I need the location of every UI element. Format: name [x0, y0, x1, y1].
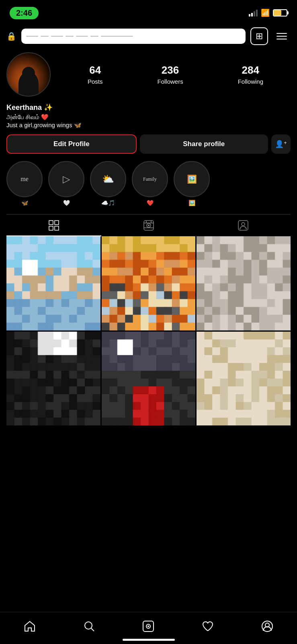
- tagged-icon: [238, 220, 249, 231]
- nav-home[interactable]: [18, 616, 42, 636]
- plus-small-icon: +: [284, 140, 287, 146]
- signal-icon: [249, 9, 258, 17]
- followers-count: 236: [162, 64, 179, 76]
- grid-image-5: [102, 332, 196, 426]
- posts-count: 64: [89, 64, 101, 76]
- grid-cell-4[interactable]: [6, 332, 100, 426]
- avatar[interactable]: [6, 52, 51, 97]
- reels-nav-icon: [142, 620, 154, 632]
- story-item-family[interactable]: Family ❤️: [132, 161, 168, 206]
- following-label: Following: [238, 78, 263, 85]
- stat-posts[interactable]: 64 Posts: [88, 64, 103, 85]
- svg-rect-1: [55, 221, 59, 225]
- story-circle-2[interactable]: ▷: [48, 161, 84, 197]
- photo-grid: [6, 236, 291, 425]
- top-nav: 🔒 ⊞: [0, 24, 297, 48]
- status-bar: 2:46 📶: [0, 0, 297, 24]
- story-icon-3: ⛅: [102, 173, 114, 185]
- svg-rect-0: [49, 221, 53, 225]
- avatar-image: [7, 53, 50, 96]
- story-text-me: me: [20, 175, 29, 183]
- tab-grid[interactable]: [6, 215, 101, 236]
- grid-image-1: [6, 236, 100, 330]
- stat-followers[interactable]: 236 Followers: [157, 64, 183, 85]
- grid-cell-6[interactable]: [197, 332, 291, 426]
- bio-section: Keerthana ✨ அன்பே சிவம் ❤️ Just a girl,g…: [6, 103, 291, 129]
- posts-label: Posts: [88, 78, 103, 85]
- url-bar[interactable]: [21, 29, 246, 44]
- story-label-family: ❤️: [147, 200, 154, 206]
- nav-search[interactable]: [77, 616, 101, 636]
- grid-cell-3[interactable]: [197, 236, 291, 330]
- story-icon-5: 🖼️: [187, 174, 197, 184]
- nav-reels[interactable]: [136, 616, 160, 636]
- profile-actions: Edit Profile Share profile 👤 +: [6, 134, 291, 154]
- nav-profile[interactable]: [255, 616, 279, 636]
- profile-name: Keerthana ✨: [6, 103, 291, 112]
- story-label-3: ☁️🎵: [101, 200, 115, 206]
- profile-description: Just a girl,growing wings 🦋: [6, 122, 291, 129]
- wifi-icon: 📶: [261, 8, 270, 17]
- reels-icon: [143, 220, 154, 231]
- tab-tagged[interactable]: [196, 215, 291, 236]
- grid-image-2: [102, 236, 196, 330]
- svg-rect-3: [55, 226, 59, 230]
- menu-button[interactable]: [273, 27, 291, 45]
- profile-icon: [261, 620, 273, 632]
- story-circle-5[interactable]: 🖼️: [174, 161, 210, 197]
- status-time: 2:46: [10, 7, 39, 19]
- story-circle-me[interactable]: me: [6, 161, 43, 197]
- following-count: 284: [242, 64, 259, 76]
- profile-header: 64 Posts 236 Followers 284 Following: [6, 52, 291, 97]
- grid-cell-1[interactable]: [6, 236, 100, 330]
- story-circle-3[interactable]: ⛅: [90, 161, 126, 197]
- add-friend-button[interactable]: 👤 +: [271, 134, 291, 154]
- grid-icon: [48, 220, 59, 231]
- edit-profile-button[interactable]: Edit Profile: [6, 134, 137, 154]
- svg-point-12: [242, 223, 245, 226]
- battery-fill: [274, 10, 281, 16]
- profile-section: 64 Posts 236 Followers 284 Following Kee…: [0, 48, 297, 466]
- grid-image-6: [197, 332, 291, 426]
- story-label-2: 🤍: [63, 200, 70, 206]
- nav-activity[interactable]: [196, 616, 220, 636]
- stories-row: me 🦋 ▷ 🤍 ⛅ ☁️🎵 Family ❤️ 🖼️ 🖼️: [6, 161, 291, 213]
- home-indicator: [123, 639, 175, 641]
- search-icon: [83, 620, 95, 632]
- content-tab-bar: [6, 214, 291, 236]
- followers-label: Followers: [157, 78, 183, 85]
- stats-row: 64 Posts 236 Followers 284 Following: [60, 64, 291, 85]
- svg-point-17: [147, 625, 149, 627]
- grid-cell-2[interactable]: [102, 236, 196, 330]
- story-item-3[interactable]: ⛅ ☁️🎵: [90, 161, 126, 206]
- tab-reels[interactable]: [101, 215, 196, 236]
- url-content: [26, 36, 133, 37]
- story-icon-2: ▷: [63, 173, 70, 185]
- svg-point-6: [148, 225, 150, 226]
- stat-following[interactable]: 284 Following: [238, 64, 263, 85]
- grid-cell-5[interactable]: [102, 332, 196, 426]
- svg-rect-2: [49, 226, 53, 230]
- story-text-family: Family: [143, 176, 157, 182]
- profile-tagline: அன்பே சிவம் ❤️: [6, 114, 291, 121]
- heart-icon: [202, 620, 214, 632]
- add-friend-icon: 👤: [275, 140, 284, 149]
- story-circle-family[interactable]: Family: [132, 161, 168, 197]
- story-item-me[interactable]: me 🦋: [6, 161, 43, 206]
- story-item-5[interactable]: 🖼️ 🖼️: [174, 161, 210, 206]
- status-icons: 📶: [249, 8, 287, 17]
- share-profile-button[interactable]: Share profile: [140, 134, 268, 154]
- svg-point-13: [85, 622, 92, 629]
- story-label-5: 🖼️: [188, 200, 195, 206]
- story-label-me: 🦋: [21, 200, 28, 206]
- battery-icon: [273, 9, 287, 17]
- add-button[interactable]: ⊞: [250, 27, 268, 45]
- svg-line-14: [91, 628, 94, 631]
- story-item-2[interactable]: ▷ 🤍: [48, 161, 84, 206]
- grid-image-4: [6, 332, 100, 426]
- grid-image-3: [197, 236, 291, 330]
- plus-icon: ⊞: [256, 31, 263, 41]
- lock-icon: 🔒: [6, 31, 16, 41]
- home-icon: [24, 620, 36, 632]
